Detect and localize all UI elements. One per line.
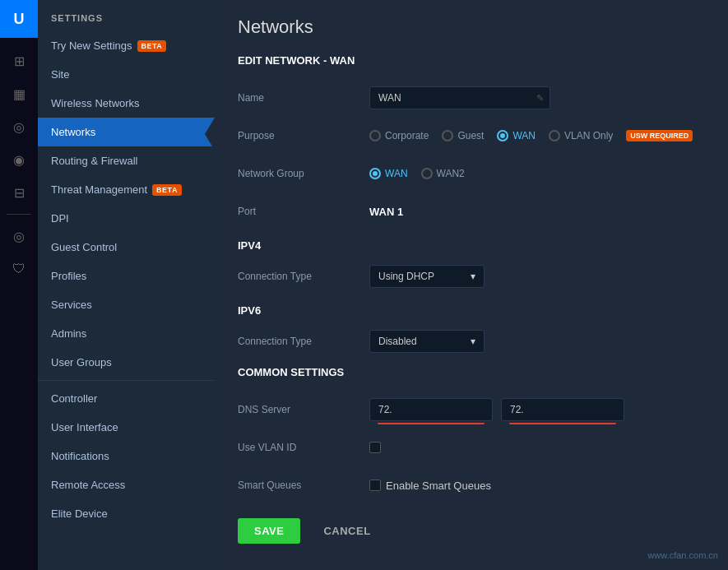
sidebar-label: Controller <box>51 392 97 405</box>
ng-wan2-label: WAN2 <box>437 168 465 179</box>
sidebar-label: Networks <box>51 126 95 138</box>
sidebar-label: User Groups <box>51 356 112 368</box>
beta-badge: BETA <box>137 40 167 52</box>
name-value: ✎ <box>369 86 705 109</box>
network-group-row: Network Group WAN WAN2 <box>238 160 705 187</box>
ipv6-connection-row: Connection Type Disabled ▾ <box>238 328 705 355</box>
vlan-checkbox[interactable] <box>369 442 381 453</box>
sidebar-item-wireless-networks[interactable]: Wireless Networks <box>38 89 215 118</box>
ipv4-connection-label: Connection Type <box>238 271 369 282</box>
smart-queues-row: Smart Queues Enable Smart Queues <box>238 472 705 498</box>
alerts-icon[interactable]: ◎ <box>2 221 35 251</box>
sidebar-item-try-new-settings[interactable]: Try New Settings BETA <box>38 31 215 60</box>
ipv6-title: IPV6 <box>238 304 705 317</box>
dns-row: DNS Server <box>238 396 705 423</box>
smart-queues-checkbox-label: Enable Smart Queues <box>386 480 491 492</box>
dns2-input[interactable] <box>501 398 624 421</box>
purpose-guest[interactable]: Guest <box>442 130 484 141</box>
port-value: WAN 1 <box>369 206 705 218</box>
sidebar-item-routing-firewall[interactable]: Routing & Firewall <box>38 146 215 175</box>
purpose-wan[interactable]: WAN <box>497 130 536 141</box>
sidebar-item-guest-control[interactable]: Guest Control <box>38 233 215 262</box>
port-label: Port <box>238 206 369 217</box>
smart-queues-checkbox[interactable] <box>369 480 381 491</box>
purpose-vlan-only[interactable]: VLAN Only <box>549 130 613 141</box>
section-title: EDIT NETWORK - WAN <box>238 54 705 72</box>
stats-icon[interactable]: ▦ <box>2 79 35 109</box>
sidebar-label: Profiles <box>51 270 86 282</box>
smart-queues-checkbox-row: Enable Smart Queues <box>369 480 491 492</box>
sidebar-item-networks[interactable]: Networks <box>38 118 215 146</box>
ipv4-connection-value: Using DHCP ▾ <box>369 265 705 288</box>
main-content: Networks EDIT NETWORK - WAN Name ✎ Purpo… <box>215 0 728 570</box>
shield-icon[interactable]: 🛡 <box>2 254 35 284</box>
purpose-label: Purpose <box>238 130 369 141</box>
dns-label: DNS Server <box>238 404 369 415</box>
radio-dot-corporate <box>369 130 381 141</box>
dns1-wrap <box>369 398 493 421</box>
devices-icon[interactable]: ◉ <box>2 145 35 174</box>
sidebar-item-admins[interactable]: Admins <box>38 319 215 348</box>
sidebar-label: Admins <box>51 327 86 340</box>
name-label: Name <box>238 92 369 104</box>
sidebar-label: Services <box>51 299 92 311</box>
sidebar-label: Site <box>51 68 69 81</box>
radio-dot-ng-wan2 <box>421 168 433 179</box>
icon-bar: U ⊞ ▦ ◎ ◉ ⊟ ◎ 🛡 <box>0 0 38 570</box>
network-group-options: WAN WAN2 <box>369 168 705 179</box>
purpose-options: Corporate Guest WAN VLAN Only USW REQUIR… <box>369 130 705 141</box>
sidebar-item-services[interactable]: Services <box>38 290 215 319</box>
network-group-label: Network Group <box>238 168 369 179</box>
ipv4-connection-text: Using DHCP <box>378 271 434 282</box>
sidebar-item-user-interface[interactable]: User Interface <box>38 413 215 442</box>
purpose-row: Purpose Corporate Guest WAN VLAN Only <box>238 123 705 149</box>
radio-dot-guest <box>442 130 453 141</box>
vlan-row: Use VLAN ID <box>238 434 705 461</box>
network-group-wan[interactable]: WAN <box>369 168 408 179</box>
name-input-wrap: ✎ <box>369 86 550 109</box>
purpose-corporate-label: Corporate <box>385 130 429 141</box>
sidebar-label: Elite Device <box>51 507 108 520</box>
sidebar-label: Routing & Firewall <box>51 155 138 167</box>
sidebar-item-controller[interactable]: Controller <box>38 384 215 413</box>
name-input[interactable] <box>369 86 550 109</box>
app-logo[interactable]: U <box>0 0 38 38</box>
ipv6-connection-dropdown[interactable]: Disabled ▾ <box>369 330 485 353</box>
port-display: WAN 1 <box>369 206 403 218</box>
sidebar-divider <box>38 380 215 381</box>
sidebar-item-notifications[interactable]: Notifications <box>38 442 215 470</box>
sidebar-item-threat-management[interactable]: Threat Management BETA <box>38 175 215 204</box>
sidebar-item-remote-access[interactable]: Remote Access <box>38 470 215 499</box>
smart-queues-value: Enable Smart Queues <box>369 480 705 492</box>
sidebar-item-site[interactable]: Site <box>38 60 215 89</box>
ipv4-title: IPV4 <box>238 239 705 252</box>
sidebar-label: Try New Settings <box>51 39 132 52</box>
purpose-corporate[interactable]: Corporate <box>369 130 429 141</box>
page-title: Networks <box>238 16 705 38</box>
topology-icon[interactable]: ⊟ <box>2 178 35 207</box>
sidebar-header: SETTINGS <box>38 0 215 31</box>
sidebar-label: Threat Management <box>51 183 147 196</box>
sidebar-label: Notifications <box>51 450 109 462</box>
dashboard-icon[interactable]: ⊞ <box>2 46 35 76</box>
dns1-input[interactable] <box>369 398 493 421</box>
radio-dot-wan <box>497 130 508 141</box>
sidebar-label: Remote Access <box>51 479 125 491</box>
usw-required-badge: USW REQUIRED <box>626 130 693 141</box>
save-button[interactable]: SAVE <box>238 518 300 544</box>
ipv4-connection-dropdown[interactable]: Using DHCP ▾ <box>369 265 485 288</box>
map-icon[interactable]: ◎ <box>2 112 35 141</box>
cancel-button[interactable]: CANCEL <box>310 518 383 544</box>
sidebar-label: Wireless Networks <box>51 97 140 109</box>
sidebar-item-elite-device[interactable]: Elite Device <box>38 499 215 528</box>
network-group-wan2[interactable]: WAN2 <box>421 168 465 179</box>
sidebar-item-dpi[interactable]: DPI <box>38 204 215 233</box>
sidebar-item-profiles[interactable]: Profiles <box>38 262 215 290</box>
ng-wan-label: WAN <box>385 168 408 179</box>
ipv6-connection-label: Connection Type <box>238 336 369 347</box>
smart-queues-label: Smart Queues <box>238 480 369 491</box>
sidebar-label: DPI <box>51 212 69 225</box>
vlan-checkbox-wrap <box>369 442 705 453</box>
sidebar-label: Guest Control <box>51 241 117 253</box>
sidebar-item-user-groups[interactable]: User Groups <box>38 348 215 377</box>
